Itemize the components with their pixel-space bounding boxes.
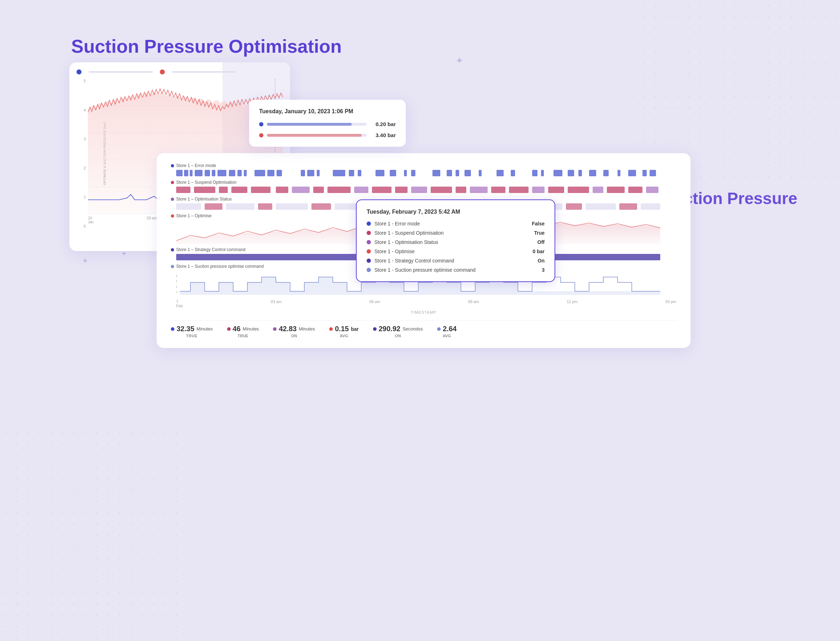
svg-rect-60 bbox=[431, 187, 452, 193]
legend-number-6: 2.64 bbox=[443, 325, 457, 333]
svg-rect-59 bbox=[411, 187, 427, 193]
svg-rect-66 bbox=[548, 187, 564, 193]
chart-dot-blue bbox=[77, 69, 82, 74]
svg-rect-27 bbox=[404, 170, 407, 176]
svg-text:2: 2 bbox=[176, 280, 177, 283]
tooltip1-value-2: 3.40 bar bbox=[371, 132, 396, 138]
svg-rect-62 bbox=[470, 187, 488, 193]
legend-number-1: 32.35 bbox=[177, 325, 194, 333]
legend-item-1: 32.35 Minutes TRUE bbox=[171, 325, 213, 338]
t2-value-5: On bbox=[538, 258, 544, 264]
svg-rect-26 bbox=[390, 170, 396, 176]
svg-rect-33 bbox=[479, 170, 482, 176]
tooltip2-row-1: Store 1 - Error mode False bbox=[366, 221, 544, 227]
svg-rect-46 bbox=[650, 170, 656, 176]
svg-rect-38 bbox=[554, 170, 562, 176]
svg-rect-58 bbox=[395, 187, 408, 193]
legend-unit-4: bar bbox=[351, 326, 359, 332]
svg-rect-51 bbox=[251, 187, 270, 193]
svg-rect-40 bbox=[578, 170, 582, 176]
t2-value-6: 3 bbox=[542, 267, 544, 273]
svg-rect-49 bbox=[219, 187, 228, 193]
svg-text:0: 0 bbox=[176, 290, 177, 294]
svg-rect-72 bbox=[176, 203, 201, 210]
legend-label-2: TRUE bbox=[238, 334, 249, 338]
tooltip2-row-2: Store 1 - Suspend Optimisation True bbox=[366, 230, 544, 236]
legend-item-3: 42.83 Minutes ON bbox=[273, 325, 315, 338]
svg-rect-70 bbox=[628, 187, 642, 193]
svg-rect-8 bbox=[190, 170, 193, 176]
suspend-bars bbox=[171, 186, 676, 194]
row-dot-suspend bbox=[171, 181, 174, 184]
legend-number-2: 46 bbox=[233, 325, 241, 333]
t2-dot-1 bbox=[366, 222, 371, 226]
legend-label-3: ON bbox=[291, 334, 297, 338]
svg-rect-42 bbox=[603, 170, 609, 176]
tooltip2-title: Tuesday, February 7, 2023 5:42 AM bbox=[366, 209, 544, 215]
svg-text:3: 3 bbox=[176, 274, 177, 278]
timestamp-label: TIMESTAMP bbox=[171, 310, 676, 314]
svg-rect-28 bbox=[411, 170, 415, 176]
svg-text:1: 1 bbox=[176, 285, 177, 288]
legend-number-3: 42.83 bbox=[279, 325, 297, 333]
row-label-optimise: Store 1 – Optimise bbox=[176, 213, 211, 218]
svg-rect-24 bbox=[358, 170, 361, 176]
legend-dot-2 bbox=[227, 327, 231, 331]
svg-rect-90 bbox=[641, 203, 660, 210]
svg-rect-31 bbox=[456, 170, 459, 176]
svg-rect-7 bbox=[184, 170, 188, 176]
legend-unit-2: Minutes bbox=[243, 326, 259, 332]
row-dot-strategy bbox=[171, 248, 174, 251]
legend-dot-3 bbox=[273, 327, 276, 331]
svg-rect-50 bbox=[231, 187, 247, 193]
svg-rect-14 bbox=[238, 170, 242, 176]
legend-unit-3: Minutes bbox=[299, 326, 315, 332]
t2-label-2: Store 1 - Suspend Optimisation bbox=[374, 230, 444, 236]
t2-dot-2 bbox=[366, 231, 371, 235]
dot-pattern-bottom-left bbox=[0, 427, 178, 641]
svg-rect-13 bbox=[229, 170, 235, 176]
svg-rect-64 bbox=[509, 187, 528, 193]
legend-row: 32.35 Minutes TRUE 46 Minutes TRUE 42.83… bbox=[171, 320, 676, 338]
tooltip1-dot-1 bbox=[259, 122, 263, 126]
svg-rect-56 bbox=[354, 187, 368, 193]
svg-rect-89 bbox=[619, 203, 637, 210]
svg-rect-22 bbox=[333, 170, 345, 176]
page-title: Suction Pressure Optimisation bbox=[71, 35, 342, 57]
svg-rect-41 bbox=[589, 170, 596, 176]
dot-pattern-top-right bbox=[626, 0, 840, 178]
svg-rect-61 bbox=[456, 187, 466, 193]
legend-label-5: ON bbox=[395, 334, 401, 338]
row-label-opt-status: Store 1 – Optimisation Status bbox=[176, 196, 232, 201]
row-label-suspend: Store 1 – Suspend Optimisation bbox=[176, 180, 236, 185]
sparkle-icon-4: ✦ bbox=[456, 55, 463, 66]
t2-label-1: Store 1 - Error mode bbox=[374, 221, 420, 227]
svg-rect-74 bbox=[226, 203, 254, 210]
svg-rect-47 bbox=[176, 187, 190, 193]
svg-rect-52 bbox=[276, 187, 288, 193]
chart-header bbox=[77, 69, 283, 74]
t2-value-2: True bbox=[534, 230, 544, 236]
t2-dot-6 bbox=[366, 268, 371, 272]
svg-rect-63 bbox=[491, 187, 506, 193]
svg-rect-34 bbox=[496, 170, 504, 176]
t2-dot-5 bbox=[366, 259, 371, 263]
svg-rect-45 bbox=[642, 170, 647, 176]
legend-dot-1 bbox=[171, 327, 174, 331]
y-ticks: 543210 bbox=[77, 79, 88, 228]
svg-rect-39 bbox=[568, 170, 574, 176]
tooltip2-row-6: Store 1 - Suction pressure optimise comm… bbox=[366, 267, 544, 273]
tooltip2-row-5: Store 1 - Strategy Control command On bbox=[366, 258, 544, 264]
svg-rect-6 bbox=[176, 170, 183, 176]
t2-dot-3 bbox=[366, 240, 371, 244]
tooltip2-row-4: Store 1 - Optimise 0 bar bbox=[366, 248, 544, 254]
tooltip1-row-2: 3.40 bar bbox=[259, 132, 396, 138]
sparkle-icon-2: ✦ bbox=[82, 256, 88, 266]
svg-rect-67 bbox=[568, 187, 589, 193]
tooltip1-dot-2 bbox=[259, 133, 263, 137]
svg-rect-11 bbox=[212, 170, 215, 176]
svg-rect-35 bbox=[511, 170, 515, 176]
svg-rect-65 bbox=[532, 187, 544, 193]
svg-rect-29 bbox=[432, 170, 440, 176]
legend-dot-6 bbox=[437, 327, 441, 331]
